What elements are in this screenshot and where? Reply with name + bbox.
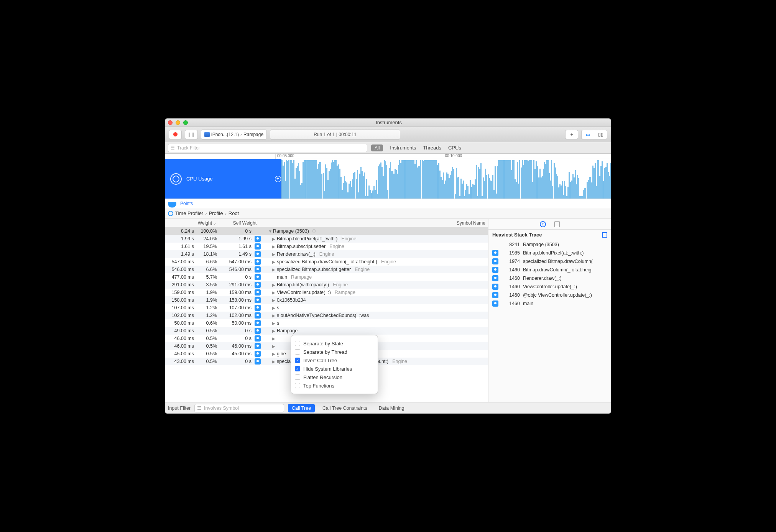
disclosure-icon[interactable]: ▶ [272,314,276,318]
zoom-window-icon[interactable] [183,120,188,125]
timeline-ruler[interactable]: 00:05.000 00:10.000 [165,154,611,159]
filter-tab-instruments[interactable]: Instruments [390,145,416,151]
cpu-usage-track[interactable]: CPU Usage + [165,159,611,199]
user-icon [492,284,498,290]
checkbox-icon[interactable] [295,349,300,355]
user-icon [492,300,498,307]
detail-area: Weight⌄ Self Weight Symbol Name 8.24 s10… [165,219,611,402]
table-row[interactable]: 1.99 s24.0%1.99 s▶Bitmap.blendPixel(at:_… [165,235,488,243]
column-self-weight[interactable]: Self Weight [219,219,259,227]
stack-trace-row[interactable]: 1985Bitmap.blendPixel(at:_:with:) [488,249,611,257]
stack-trace-row[interactable]: 1460Renderer.draw(_:) [488,274,611,282]
cell-symbol: ▶s outAndNativeTypeCheckedBounds(_:was [262,313,488,318]
table-row[interactable]: 291.00 ms3.5%291.00 ms▶Bitmap.tint(with:… [165,281,488,289]
crumb-root[interactable]: Root [229,210,239,216]
stack-trace-row[interactable]: 1974specialized Bitmap.drawColumn( [488,257,611,266]
stack-trace-row[interactable]: 8241Rampage (3503) [488,240,611,249]
disclosure-icon[interactable]: ▶ [272,260,276,264]
table-row[interactable]: 8.24 s100.0%0 s▼Rampage (3503) [165,227,488,235]
table-row[interactable]: 107.00 ms1.2%107.00 ms▶s [165,304,488,312]
popover-option[interactable]: ✓Hide System Libraries [295,365,374,373]
table-row[interactable]: 1.49 s18.1%1.49 s▶Renderer.draw(_:)Engin… [165,250,488,258]
disclosure-icon[interactable]: ▶ [272,337,276,341]
call-tree-constraints-button[interactable]: Call Tree Constraints [319,404,371,412]
stack-trace-row[interactable]: 1460Bitmap.drawColumn(_:of:at:heig [488,266,611,274]
user-icon [255,312,261,319]
popover-option[interactable]: ✓Invert Call Tree [295,356,374,365]
extended-detail-tab-icon[interactable]: E [540,221,546,227]
table-row[interactable]: 49.00 ms0.5%0 s▶ Rampage [165,327,488,335]
cell-symbol: ▶Renderer.draw(_:)Engine [262,251,488,257]
call-tree-button[interactable]: Call Tree [288,404,315,412]
crumb-profile[interactable]: Profile [209,210,223,216]
column-weight[interactable]: Weight⌄ [165,219,219,227]
disclosure-icon[interactable]: ▶ [272,268,276,272]
disclosure-icon[interactable]: ▶ [272,306,276,310]
stack-trace-row[interactable]: 1460ViewController.update(_:) [488,282,611,291]
stack-trace-row[interactable]: 1460@objc ViewController.update(_:) [488,291,611,299]
disclosure-icon[interactable]: ▶ [272,291,276,295]
cell-percent: 5.7% [196,274,219,280]
cell-percent: 6.6% [196,267,219,272]
disclosure-icon[interactable]: ▶ [272,298,276,302]
disclosure-icon[interactable]: ▶ [272,237,276,241]
table-row[interactable]: 546.00 ms6.6%546.00 ms▶specialized Bitma… [165,266,488,273]
filter-tab-cpus[interactable]: CPUs [448,145,461,151]
disclosure-icon[interactable]: ▶ [272,352,276,356]
run-status[interactable]: Run 1 of 1 | 00:00:11 [270,130,400,140]
record-button[interactable] [169,130,182,139]
pause-button[interactable]: ❚❚ [185,130,198,139]
checkbox-icon[interactable]: ✓ [295,366,300,371]
table-row[interactable]: 50.00 ms0.6%50.00 ms▶s [165,319,488,327]
focus-icon[interactable] [602,232,607,238]
popover-option[interactable]: Separate by State [295,339,374,348]
table-row[interactable]: 159.00 ms1.9%159.00 ms▶ViewController.up… [165,289,488,296]
crumb-time-profiler[interactable]: Time Profiler [175,210,203,216]
disclosure-icon[interactable]: ▶ [272,321,276,325]
involves-symbol-input[interactable]: ☰ Involves Symbol [194,404,284,412]
disclosure-icon[interactable]: ▼ [268,229,272,233]
checkbox-icon[interactable] [295,374,300,380]
points-track[interactable]: Points [165,199,611,208]
disclosure-icon[interactable]: ▶ [272,245,276,249]
column-symbol[interactable]: Symbol Name [259,219,488,227]
add-instrument-button[interactable]: + [565,130,578,139]
target-selector[interactable]: iPhon...(12.1) › Rampage [201,130,267,140]
cell-symbol: ▶ViewController.update(_:)Rampage [262,290,488,295]
points-icon [168,199,176,208]
checkbox-icon[interactable] [295,341,300,346]
track-filter-input[interactable]: ☰ Track Filter [168,144,367,152]
user-icon [255,351,261,357]
disclosure-icon[interactable]: ▶ [272,344,276,348]
data-mining-button[interactable]: Data Mining [375,404,408,412]
cell-symbol: ▶Bitmap.subscript.setterEngine [262,244,488,249]
detail-pane-button[interactable]: ▭ [581,130,594,139]
table-row[interactable]: 158.00 ms1.9%158.00 ms▶0x10653b234 [165,296,488,304]
filter-tab-threads[interactable]: Threads [423,145,441,151]
sample-count: 1460 [503,292,520,298]
checkbox-icon[interactable]: ✓ [295,358,300,363]
filter-all-button[interactable]: All [371,144,383,151]
inspector-pane-button[interactable]: ▯▯ [594,130,607,139]
disclosure-icon[interactable]: ▶ [272,283,276,287]
disclosure-icon[interactable]: ▶ [272,329,276,333]
close-window-icon[interactable] [168,120,173,125]
checkbox-icon[interactable] [295,383,300,388]
cpu-usage-graph[interactable] [281,159,611,199]
chevron-right-icon: › [225,210,226,216]
table-row[interactable]: 102.00 ms1.2%102.00 ms▶s outAndNativeTyp… [165,312,488,319]
table-row[interactable]: 547.00 ms6.6%547.00 ms▶specialized Bitma… [165,258,488,266]
disclosure-icon[interactable]: ▶ [272,252,276,256]
call-tree-popover: Separate by StateSeparate by Thread✓Inve… [291,335,378,394]
popover-option[interactable]: Top Functions [295,381,374,390]
add-track-button[interactable]: + [275,159,281,199]
popover-option[interactable]: Separate by Thread [295,348,374,356]
popover-option[interactable]: Flatten Recursion [295,373,374,381]
minimize-window-icon[interactable] [176,120,180,125]
table-row[interactable]: 1.61 s19.5%1.61 s▶Bitmap.subscript.sette… [165,243,488,250]
disclosure-icon[interactable]: ▶ [272,360,276,364]
run-info-tab-icon[interactable] [554,221,560,227]
table-row[interactable]: 477.00 ms5.7%0 s mainRampage [165,273,488,281]
cell-self-weight: 0 s [219,359,253,364]
stack-trace-row[interactable]: 1460main [488,299,611,308]
